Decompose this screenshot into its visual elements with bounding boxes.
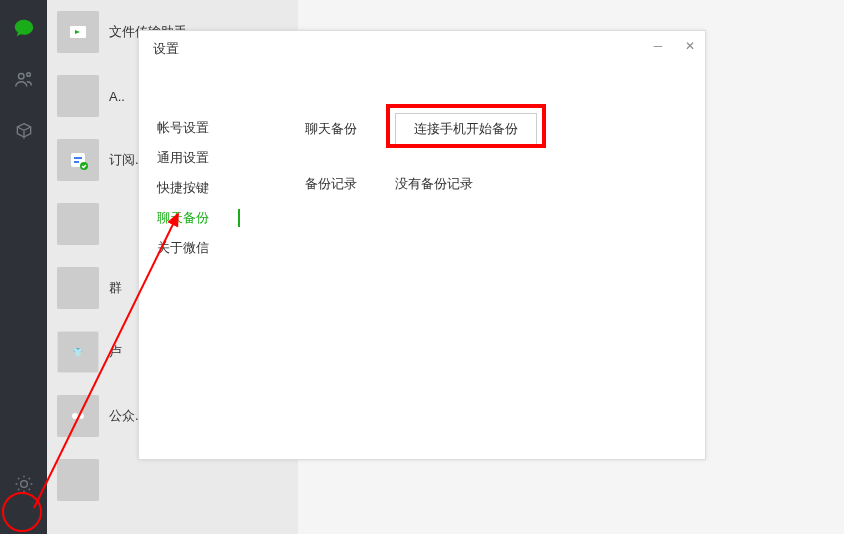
- settings-nav-backup[interactable]: 聊天备份: [139, 203, 239, 233]
- avatar-official-icon: [57, 395, 99, 437]
- close-button[interactable]: ✕: [683, 39, 697, 53]
- settings-nav: 帐号设置 通用设置 快捷按键 聊天备份 关于微信: [139, 67, 239, 459]
- avatar-icon: [57, 267, 99, 309]
- avatar-subscription-icon: [57, 139, 99, 181]
- svg-point-6: [78, 413, 84, 419]
- settings-nav-about[interactable]: 关于微信: [139, 233, 239, 263]
- left-navbar: [0, 0, 47, 534]
- chat-item-label: A..: [109, 89, 125, 104]
- backup-row-label: 聊天备份: [305, 120, 395, 138]
- avatar-icon: [57, 75, 99, 117]
- chat-icon[interactable]: [12, 16, 36, 40]
- settings-header: 设置 ─ ✕: [139, 31, 705, 67]
- settings-dialog: 设置 ─ ✕ 帐号设置 通用设置 快捷按键 聊天备份 关于微信 聊天备份 连接手…: [138, 30, 706, 460]
- chat-item-label: 群: [109, 279, 122, 297]
- avatar-icon: 👕: [57, 331, 99, 373]
- avatar-icon: [57, 203, 99, 245]
- minimize-button[interactable]: ─: [651, 39, 665, 53]
- settings-nav-general[interactable]: 通用设置: [139, 143, 239, 173]
- settings-nav-account[interactable]: 帐号设置: [139, 113, 239, 143]
- svg-rect-2: [74, 157, 82, 159]
- backup-record-label: 备份记录: [305, 175, 395, 193]
- settings-nav-shortcut[interactable]: 快捷按键: [139, 173, 239, 203]
- avatar-icon: [57, 459, 99, 501]
- settings-icon[interactable]: [12, 472, 36, 496]
- favorites-icon[interactable]: [12, 120, 36, 144]
- svg-point-5: [72, 413, 78, 419]
- avatar-file-transfer-icon: [57, 11, 99, 53]
- connect-phone-backup-button[interactable]: 连接手机开始备份: [395, 113, 537, 145]
- svg-rect-3: [74, 161, 79, 163]
- contacts-icon[interactable]: [12, 68, 36, 92]
- backup-record-value: 没有备份记录: [395, 175, 473, 193]
- chat-item-label: 卢: [109, 343, 122, 361]
- settings-title: 设置: [153, 40, 179, 58]
- settings-content: 聊天备份 连接手机开始备份 备份记录 没有备份记录: [239, 67, 705, 459]
